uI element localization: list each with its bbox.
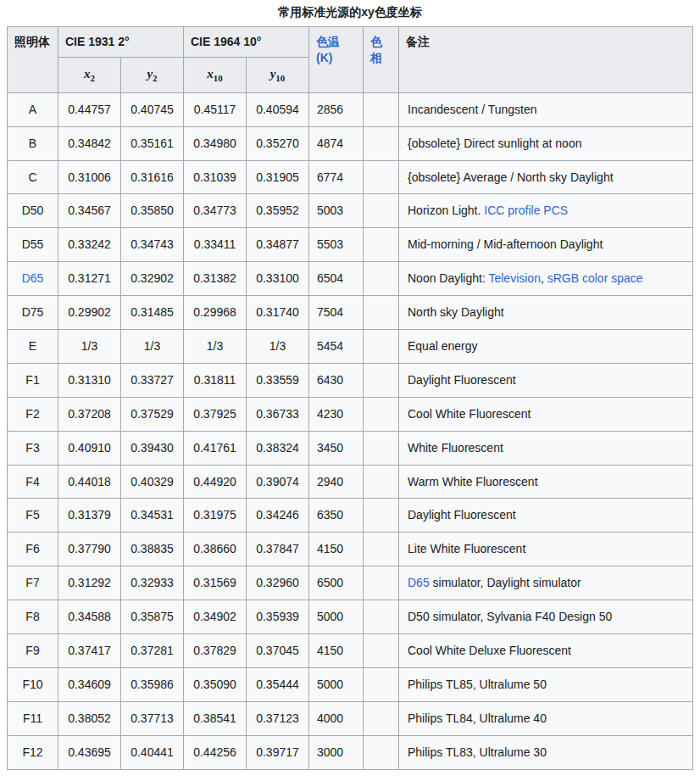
illuminant-cell: D55 — [8, 228, 58, 262]
cct-value-cell: 6504 — [309, 262, 364, 296]
x2-value-cell: 0.31271 — [58, 262, 121, 296]
hue-link[interactable]: 色相 — [370, 35, 382, 64]
y10-value-cell: 0.31740 — [247, 296, 309, 330]
hue-swatch-cell — [364, 92, 399, 126]
y2-value-cell: 0.38835 — [121, 533, 184, 566]
note-text: Equal energy — [408, 339, 478, 353]
x2-value-cell: 0.44757 — [58, 92, 121, 126]
cct-value-cell: 2856 — [309, 92, 364, 126]
table-row: B0.348420.351610.349800.352704874{obsole… — [8, 126, 693, 160]
hue-swatch-cell — [364, 160, 399, 194]
cct-value-cell: 2940 — [309, 465, 364, 499]
header-cie1931: CIE 1931 2° — [58, 27, 184, 58]
hue-swatch-cell — [364, 262, 399, 296]
illuminant-cell: D50 — [8, 194, 58, 228]
header-y10: y10 — [247, 57, 309, 92]
note-text: Warm White Fluorescent — [408, 475, 538, 488]
illuminant-cell: F12 — [8, 735, 58, 769]
cct-value-cell: 4230 — [309, 397, 364, 431]
note-link[interactable]: ICC profile PCS — [484, 204, 568, 217]
illuminant-cell: F4 — [8, 465, 58, 499]
x10-value-cell: 0.34980 — [184, 126, 247, 160]
note-text: {obsolete} Direct sunlight at noon — [408, 137, 581, 150]
x2-value-cell: 0.37208 — [58, 397, 121, 431]
table-row: A0.447570.407450.451170.405942856Incande… — [8, 92, 693, 126]
illuminant-label: C — [28, 170, 36, 184]
table-row: F110.380520.377130.385410.371234000Phili… — [8, 701, 693, 735]
illuminant-cell: A — [8, 92, 58, 126]
x2-value-cell: 0.34842 — [58, 126, 121, 160]
x10-value-cell: 0.41761 — [184, 431, 247, 465]
note-link[interactable]: Television — [488, 271, 540, 285]
table-row: D650.312710.329020.313820.331006504Noon … — [8, 262, 693, 296]
cct-link[interactable]: 色温 (K) — [316, 35, 340, 64]
illuminant-cell: F3 — [8, 431, 58, 465]
note-text: Incandescent / Tungsten — [408, 103, 537, 116]
y10-value-cell: 0.32960 — [247, 566, 309, 600]
note-cell: Philips TL83, Ultralume 30 — [399, 735, 693, 769]
note-cell: Incandescent / Tungsten — [399, 92, 693, 126]
table-row: F100.346090.359860.350900.354445000Phili… — [8, 667, 693, 701]
note-link[interactable]: D65 — [408, 576, 430, 589]
note-cell: {obsolete} Average / North sky Daylight — [399, 160, 693, 194]
cct-value-cell: 4874 — [309, 126, 364, 160]
y10-value-cell: 0.37847 — [247, 533, 309, 566]
illuminant-label: F3 — [25, 441, 39, 455]
note-text: simulator, Daylight simulator — [430, 576, 581, 589]
header-cie1964: CIE 1964 10° — [184, 27, 309, 58]
illuminant-label: F5 — [25, 508, 39, 522]
x2-value-cell: 0.43695 — [58, 735, 121, 769]
hue-swatch-cell — [364, 600, 399, 634]
illuminant-cell: F11 — [8, 701, 58, 735]
hue-swatch-cell — [364, 633, 399, 667]
y10-value-cell: 0.35444 — [247, 667, 309, 701]
hue-swatch-cell — [364, 296, 399, 330]
table-body: A0.447570.407450.451170.405942856Incande… — [8, 92, 693, 769]
hue-swatch-cell — [364, 533, 399, 566]
header-hue: 色相 — [364, 27, 399, 93]
y2-value-cell: 0.32933 — [121, 566, 184, 600]
illuminant-label: E — [29, 339, 36, 353]
table-row: C0.310060.316160.310390.319056774{obsole… — [8, 160, 693, 194]
hue-swatch-cell — [364, 194, 399, 228]
hue-swatch-cell — [364, 735, 399, 769]
illuminant-cell: F9 — [8, 633, 58, 667]
table-row: F40.440180.403290.449200.390742940Warm W… — [8, 465, 693, 499]
y10-value-cell: 0.40594 — [247, 92, 309, 126]
hue-swatch-cell — [364, 228, 399, 262]
x10-value-cell: 0.31811 — [184, 363, 247, 397]
illuminant-label: D75 — [22, 305, 44, 319]
y2-value-cell: 0.37529 — [121, 397, 184, 431]
cct-value-cell: 4000 — [309, 701, 364, 735]
y10-value-cell: 0.34877 — [247, 228, 309, 262]
x10-value-cell: 0.38660 — [184, 533, 247, 566]
table-row: E1/31/31/31/35454Equal energy — [8, 329, 693, 363]
note-cell: D50 simulator, Sylvania F40 Design 50 — [399, 600, 693, 634]
y2-value-cell: 0.40441 — [121, 735, 184, 769]
x10-value-cell: 0.38541 — [184, 701, 247, 735]
cct-value-cell: 3000 — [309, 735, 364, 769]
cct-value-cell: 4150 — [309, 533, 364, 566]
y10-value-cell: 0.39717 — [247, 735, 309, 769]
x2-value-cell: 0.38052 — [58, 701, 121, 735]
x2-value-cell: 0.29902 — [58, 296, 121, 330]
x10-value-cell: 0.31382 — [184, 262, 247, 296]
cct-value-cell: 4150 — [309, 633, 364, 667]
illuminant-link[interactable]: D65 — [22, 271, 44, 285]
illuminant-label: F11 — [23, 711, 42, 725]
page-title: 常用标准光源的xy色度坐标 — [7, 3, 693, 26]
hue-swatch-cell — [364, 397, 399, 431]
table-row: F70.312920.329330.315690.329606500D65 si… — [8, 566, 693, 600]
cct-value-cell: 5454 — [309, 329, 364, 363]
illuminant-table: 照明体 CIE 1931 2° CIE 1964 10° 色温 (K) 色相 备… — [7, 26, 693, 770]
table-row: F120.436950.404410.442560.397173000Phili… — [8, 735, 693, 769]
table-row: D500.345670.358500.347730.359525003Horiz… — [8, 194, 693, 228]
x10-value-cell: 0.34902 — [184, 600, 247, 634]
y2-value-cell: 0.33727 — [121, 363, 184, 397]
note-link[interactable]: sRGB color space — [547, 271, 643, 285]
y2-value-cell: 0.37713 — [121, 701, 184, 735]
y2-value-cell: 0.35850 — [121, 194, 184, 228]
hue-swatch-cell — [364, 566, 399, 600]
y2-value-cell: 0.37281 — [121, 633, 184, 667]
x2-value-cell: 1/3 — [58, 329, 121, 363]
